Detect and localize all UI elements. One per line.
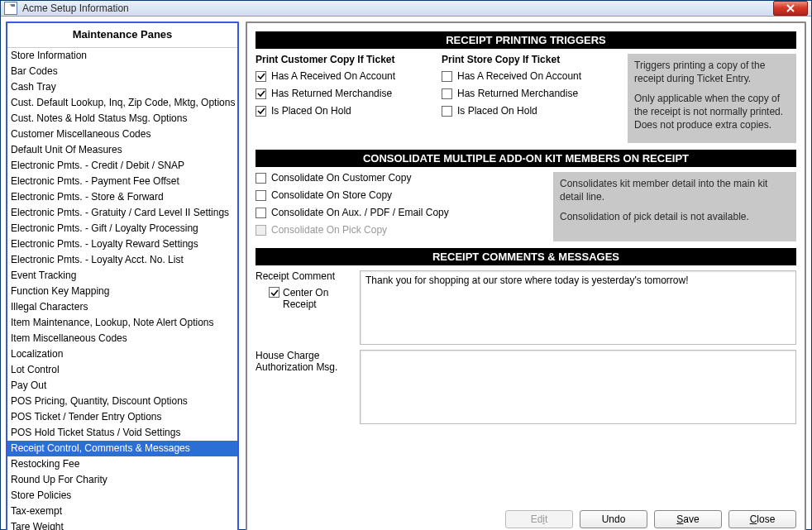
- store-trigger-label: Has Returned Merchandise: [457, 88, 578, 99]
- window-title: Acme Setup Information: [22, 2, 773, 14]
- sidebar-item[interactable]: Customer Miscellaneous Codes: [7, 127, 237, 142]
- customer-trigger-checkbox[interactable]: [256, 106, 266, 117]
- customer-trigger-checkbox[interactable]: [256, 71, 266, 82]
- consolidate-help-line2: Consolidation of pick detail is not avai…: [560, 210, 790, 223]
- receipt-comment-label: Receipt Comment: [256, 270, 353, 282]
- sidebar-item[interactable]: Item Maintenance, Lookup, Note Alert Opt…: [7, 315, 237, 331]
- customer-trigger-row: Has A Received On Account: [256, 70, 442, 82]
- sidebar-item[interactable]: Default Unit Of Measures: [7, 142, 237, 158]
- app-window: Acme Setup Information Maintenance Panes…: [0, 0, 812, 530]
- sidebar-item[interactable]: Restocking Fee: [7, 456, 237, 472]
- save-button[interactable]: Save: [654, 510, 722, 528]
- sidebar-item[interactable]: Tare Weight: [7, 519, 237, 530]
- house-charge-textarea[interactable]: [360, 350, 796, 424]
- consolidate-option-checkbox[interactable]: [256, 173, 266, 184]
- store-trigger-row: Has Returned Merchandise: [442, 88, 628, 99]
- triggers-help-line2: Only applicable when the copy of the rec…: [634, 92, 790, 131]
- consolidate-option-checkbox[interactable]: [256, 190, 266, 201]
- sidebar-item[interactable]: Bar Codes: [7, 64, 237, 79]
- consolidate-option-label: Consolidate On Store Copy: [271, 189, 392, 201]
- sidebar-item[interactable]: Tax-exempt: [7, 504, 237, 519]
- close-button-label: Close: [750, 513, 776, 525]
- main-panel: RECEIPT PRINTING TRIGGERS Print Customer…: [246, 21, 806, 530]
- customer-copy-title: Print Customer Copy If Ticket: [256, 54, 442, 65]
- triggers-help-box: Triggers printing a copy of the receipt …: [628, 54, 796, 143]
- sidebar-item[interactable]: Electronic Pmts. - Loyalty Reward Settin…: [7, 236, 237, 252]
- window-icon: [4, 2, 17, 15]
- store-trigger-row: Has A Received On Account: [442, 70, 628, 82]
- sidebar-item[interactable]: Illegal Characters: [7, 299, 237, 315]
- sidebar-item[interactable]: Electronic Pmts. - Credit / Debit / SNAP: [7, 158, 237, 174]
- triggers-help-line1: Triggers printing a copy of the receipt …: [634, 59, 790, 85]
- sidebar-item[interactable]: Electronic Pmts. - Gift / Loyalty Proces…: [7, 221, 237, 236]
- store-trigger-checkbox[interactable]: [442, 106, 452, 117]
- sidebar-item[interactable]: POS Hold Ticket Status / Void Settings: [7, 425, 237, 441]
- maintenance-panes-sidebar: Maintenance Panes Store InformationBar C…: [6, 21, 239, 530]
- sidebar-item[interactable]: Cust. Notes & Hold Status Msg. Options: [7, 111, 237, 127]
- customer-trigger-label: Has A Received On Account: [271, 70, 395, 82]
- store-trigger-label: Is Placed On Hold: [457, 105, 537, 117]
- sidebar-list[interactable]: Store InformationBar CodesCash TrayCust.…: [7, 48, 237, 530]
- receipt-comment-textarea[interactable]: [360, 270, 796, 345]
- consolidate-option-checkbox[interactable]: [256, 208, 266, 218]
- sidebar-item[interactable]: Pay Out: [7, 378, 237, 394]
- window-close-button[interactable]: [773, 1, 808, 16]
- sidebar-item[interactable]: Lot Control: [7, 362, 237, 378]
- sidebar-item[interactable]: Store Information: [7, 48, 237, 64]
- sidebar-item[interactable]: Receipt Control, Comments & Messages: [7, 441, 237, 456]
- sidebar-item[interactable]: Localization: [7, 346, 237, 362]
- house-charge-row: House Charge Authorization Msg.: [256, 350, 796, 424]
- center-on-receipt-label: Center On Receipt: [283, 287, 353, 310]
- store-trigger-checkbox[interactable]: [442, 88, 452, 99]
- consolidate-option-label: Consolidate On Aux. / PDF / Email Copy: [271, 207, 449, 218]
- edit-button-label: Edit: [531, 513, 548, 525]
- store-trigger-checkbox[interactable]: [442, 71, 452, 82]
- undo-button[interactable]: Undo: [580, 510, 647, 528]
- undo-button-label: Undo: [602, 513, 626, 525]
- close-icon: [786, 4, 795, 12]
- content-area: Maintenance Panes Store InformationBar C…: [1, 17, 811, 530]
- customer-copy-column: Print Customer Copy If Ticket Has A Rece…: [256, 54, 442, 143]
- sidebar-item[interactable]: Cash Tray: [7, 79, 237, 95]
- section-header-comments: RECEIPT COMMENTS & MESSAGES: [256, 248, 796, 265]
- sidebar-item[interactable]: Electronic Pmts. - Payment Fee Offset: [7, 174, 237, 189]
- customer-trigger-row: Has Returned Merchandise: [256, 88, 442, 99]
- consolidate-option-label: Consolidate On Customer Copy: [271, 172, 411, 184]
- store-trigger-label: Has A Received On Account: [457, 70, 581, 82]
- sidebar-item[interactable]: Item Miscellaneous Codes: [7, 331, 237, 346]
- consolidate-option-row: Consolidate On Pick Copy: [256, 224, 553, 236]
- center-on-receipt-row: Center On Receipt: [269, 287, 353, 310]
- edit-button: Edit: [505, 510, 573, 528]
- sidebar-item[interactable]: Round Up For Charity: [7, 472, 237, 488]
- consolidate-row: Consolidate On Customer CopyConsolidate …: [256, 172, 796, 241]
- close-button[interactable]: Close: [728, 510, 796, 528]
- sidebar-item[interactable]: POS Pricing, Quantity, Discount Options: [7, 394, 237, 409]
- sidebar-item[interactable]: Event Tracking: [7, 268, 237, 284]
- house-charge-label-col: House Charge Authorization Msg.: [256, 350, 353, 424]
- sidebar-item[interactable]: Store Policies: [7, 488, 237, 504]
- store-copy-title: Print Store Copy If Ticket: [442, 54, 628, 65]
- section-header-triggers: RECEIPT PRINTING TRIGGERS: [256, 31, 796, 49]
- store-copy-column: Print Store Copy If Ticket Has A Receive…: [442, 54, 628, 143]
- sidebar-item[interactable]: Function Key Mapping: [7, 284, 237, 299]
- consolidate-help-line1: Consolidates kit member detail into the …: [560, 177, 790, 203]
- section-header-consolidate: CONSOLIDATE MULTIPLE ADD-ON KIT MEMBERS …: [256, 150, 796, 167]
- customer-trigger-row: Is Placed On Hold: [256, 105, 442, 117]
- save-button-label: Save: [676, 513, 699, 525]
- store-trigger-row: Is Placed On Hold: [442, 105, 628, 117]
- sidebar-item[interactable]: Electronic Pmts. - Loyalty Acct. No. Lis…: [7, 252, 237, 268]
- button-bar: Edit Undo Save Close: [505, 510, 796, 528]
- sidebar-header: Maintenance Panes: [7, 23, 237, 48]
- sidebar-item[interactable]: POS Ticket / Tender Entry Options: [7, 409, 237, 425]
- consolidate-option-row: Consolidate On Customer Copy: [256, 172, 553, 184]
- titlebar: Acme Setup Information: [1, 1, 811, 17]
- consolidate-column: Consolidate On Customer CopyConsolidate …: [256, 172, 553, 241]
- sidebar-item[interactable]: Electronic Pmts. - Gratuity / Card Level…: [7, 205, 237, 221]
- customer-trigger-checkbox[interactable]: [256, 88, 266, 99]
- customer-trigger-label: Is Placed On Hold: [271, 105, 351, 117]
- sidebar-item[interactable]: Cust. Default Lookup, Inq, Zip Code, Mkt…: [7, 95, 237, 111]
- triggers-row: Print Customer Copy If Ticket Has A Rece…: [256, 54, 796, 143]
- consolidate-option-label: Consolidate On Pick Copy: [271, 224, 387, 236]
- sidebar-item[interactable]: Electronic Pmts. - Store & Forward: [7, 189, 237, 205]
- center-on-receipt-checkbox[interactable]: [269, 287, 279, 298]
